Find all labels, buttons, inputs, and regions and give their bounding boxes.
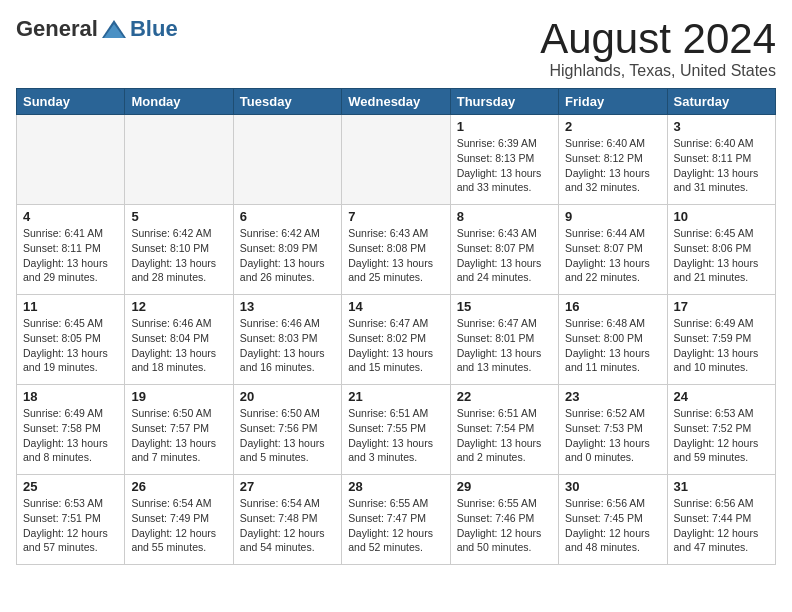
day-number: 10 <box>674 209 769 224</box>
day-info: Sunrise: 6:48 AM Sunset: 8:00 PM Dayligh… <box>565 316 660 375</box>
day-info: Sunrise: 6:53 AM Sunset: 7:52 PM Dayligh… <box>674 406 769 465</box>
day-info: Sunrise: 6:55 AM Sunset: 7:46 PM Dayligh… <box>457 496 552 555</box>
calendar-cell: 23Sunrise: 6:52 AM Sunset: 7:53 PM Dayli… <box>559 385 667 475</box>
calendar-cell: 5Sunrise: 6:42 AM Sunset: 8:10 PM Daylig… <box>125 205 233 295</box>
calendar-cell: 15Sunrise: 6:47 AM Sunset: 8:01 PM Dayli… <box>450 295 558 385</box>
day-info: Sunrise: 6:41 AM Sunset: 8:11 PM Dayligh… <box>23 226 118 285</box>
calendar-cell: 26Sunrise: 6:54 AM Sunset: 7:49 PM Dayli… <box>125 475 233 565</box>
calendar-cell: 10Sunrise: 6:45 AM Sunset: 8:06 PM Dayli… <box>667 205 775 295</box>
day-info: Sunrise: 6:43 AM Sunset: 8:08 PM Dayligh… <box>348 226 443 285</box>
day-number: 5 <box>131 209 226 224</box>
calendar-table: SundayMondayTuesdayWednesdayThursdayFrid… <box>16 88 776 565</box>
day-number: 26 <box>131 479 226 494</box>
calendar-cell: 17Sunrise: 6:49 AM Sunset: 7:59 PM Dayli… <box>667 295 775 385</box>
day-info: Sunrise: 6:49 AM Sunset: 7:58 PM Dayligh… <box>23 406 118 465</box>
day-info: Sunrise: 6:45 AM Sunset: 8:05 PM Dayligh… <box>23 316 118 375</box>
calendar-cell: 14Sunrise: 6:47 AM Sunset: 8:02 PM Dayli… <box>342 295 450 385</box>
week-row-1: 1Sunrise: 6:39 AM Sunset: 8:13 PM Daylig… <box>17 115 776 205</box>
day-number: 6 <box>240 209 335 224</box>
calendar-cell: 12Sunrise: 6:46 AM Sunset: 8:04 PM Dayli… <box>125 295 233 385</box>
day-info: Sunrise: 6:47 AM Sunset: 8:01 PM Dayligh… <box>457 316 552 375</box>
calendar-cell: 18Sunrise: 6:49 AM Sunset: 7:58 PM Dayli… <box>17 385 125 475</box>
day-number: 21 <box>348 389 443 404</box>
day-number: 17 <box>674 299 769 314</box>
calendar-cell: 3Sunrise: 6:40 AM Sunset: 8:11 PM Daylig… <box>667 115 775 205</box>
day-number: 24 <box>674 389 769 404</box>
calendar-cell <box>233 115 341 205</box>
weekday-header-friday: Friday <box>559 89 667 115</box>
day-info: Sunrise: 6:56 AM Sunset: 7:45 PM Dayligh… <box>565 496 660 555</box>
day-number: 9 <box>565 209 660 224</box>
day-info: Sunrise: 6:39 AM Sunset: 8:13 PM Dayligh… <box>457 136 552 195</box>
day-info: Sunrise: 6:55 AM Sunset: 7:47 PM Dayligh… <box>348 496 443 555</box>
calendar-cell: 19Sunrise: 6:50 AM Sunset: 7:57 PM Dayli… <box>125 385 233 475</box>
weekday-header-tuesday: Tuesday <box>233 89 341 115</box>
calendar-cell: 1Sunrise: 6:39 AM Sunset: 8:13 PM Daylig… <box>450 115 558 205</box>
page-header: General Blue August 2024 Highlands, Texa… <box>16 16 776 80</box>
day-info: Sunrise: 6:49 AM Sunset: 7:59 PM Dayligh… <box>674 316 769 375</box>
calendar-cell: 20Sunrise: 6:50 AM Sunset: 7:56 PM Dayli… <box>233 385 341 475</box>
weekday-header-row: SundayMondayTuesdayWednesdayThursdayFrid… <box>17 89 776 115</box>
day-number: 1 <box>457 119 552 134</box>
day-info: Sunrise: 6:54 AM Sunset: 7:48 PM Dayligh… <box>240 496 335 555</box>
day-number: 30 <box>565 479 660 494</box>
day-info: Sunrise: 6:56 AM Sunset: 7:44 PM Dayligh… <box>674 496 769 555</box>
day-number: 11 <box>23 299 118 314</box>
day-number: 2 <box>565 119 660 134</box>
calendar-cell: 31Sunrise: 6:56 AM Sunset: 7:44 PM Dayli… <box>667 475 775 565</box>
calendar-cell: 24Sunrise: 6:53 AM Sunset: 7:52 PM Dayli… <box>667 385 775 475</box>
weekday-header-monday: Monday <box>125 89 233 115</box>
day-info: Sunrise: 6:40 AM Sunset: 8:11 PM Dayligh… <box>674 136 769 195</box>
logo-blue: Blue <box>130 16 178 42</box>
calendar-cell: 27Sunrise: 6:54 AM Sunset: 7:48 PM Dayli… <box>233 475 341 565</box>
weekday-header-wednesday: Wednesday <box>342 89 450 115</box>
day-number: 25 <box>23 479 118 494</box>
calendar-cell: 29Sunrise: 6:55 AM Sunset: 7:46 PM Dayli… <box>450 475 558 565</box>
day-info: Sunrise: 6:42 AM Sunset: 8:10 PM Dayligh… <box>131 226 226 285</box>
day-number: 28 <box>348 479 443 494</box>
month-title: August 2024 <box>540 16 776 62</box>
day-number: 20 <box>240 389 335 404</box>
day-info: Sunrise: 6:45 AM Sunset: 8:06 PM Dayligh… <box>674 226 769 285</box>
day-number: 29 <box>457 479 552 494</box>
day-number: 7 <box>348 209 443 224</box>
calendar-cell: 25Sunrise: 6:53 AM Sunset: 7:51 PM Dayli… <box>17 475 125 565</box>
day-info: Sunrise: 6:40 AM Sunset: 8:12 PM Dayligh… <box>565 136 660 195</box>
weekday-header-saturday: Saturday <box>667 89 775 115</box>
calendar-cell <box>342 115 450 205</box>
day-number: 22 <box>457 389 552 404</box>
calendar-cell: 2Sunrise: 6:40 AM Sunset: 8:12 PM Daylig… <box>559 115 667 205</box>
day-info: Sunrise: 6:46 AM Sunset: 8:04 PM Dayligh… <box>131 316 226 375</box>
day-info: Sunrise: 6:50 AM Sunset: 7:57 PM Dayligh… <box>131 406 226 465</box>
calendar-cell: 4Sunrise: 6:41 AM Sunset: 8:11 PM Daylig… <box>17 205 125 295</box>
weekday-header-thursday: Thursday <box>450 89 558 115</box>
logo-general: General <box>16 16 98 42</box>
day-info: Sunrise: 6:53 AM Sunset: 7:51 PM Dayligh… <box>23 496 118 555</box>
day-number: 16 <box>565 299 660 314</box>
day-number: 23 <box>565 389 660 404</box>
calendar-cell: 21Sunrise: 6:51 AM Sunset: 7:55 PM Dayli… <box>342 385 450 475</box>
title-area: August 2024 Highlands, Texas, United Sta… <box>540 16 776 80</box>
calendar-cell: 8Sunrise: 6:43 AM Sunset: 8:07 PM Daylig… <box>450 205 558 295</box>
calendar-cell: 13Sunrise: 6:46 AM Sunset: 8:03 PM Dayli… <box>233 295 341 385</box>
week-row-5: 25Sunrise: 6:53 AM Sunset: 7:51 PM Dayli… <box>17 475 776 565</box>
week-row-2: 4Sunrise: 6:41 AM Sunset: 8:11 PM Daylig… <box>17 205 776 295</box>
day-number: 13 <box>240 299 335 314</box>
calendar-cell: 16Sunrise: 6:48 AM Sunset: 8:00 PM Dayli… <box>559 295 667 385</box>
day-info: Sunrise: 6:51 AM Sunset: 7:54 PM Dayligh… <box>457 406 552 465</box>
logo-icon <box>100 18 128 40</box>
day-number: 27 <box>240 479 335 494</box>
day-number: 4 <box>23 209 118 224</box>
calendar-cell: 22Sunrise: 6:51 AM Sunset: 7:54 PM Dayli… <box>450 385 558 475</box>
day-number: 3 <box>674 119 769 134</box>
logo: General Blue <box>16 16 178 42</box>
weekday-header-sunday: Sunday <box>17 89 125 115</box>
day-info: Sunrise: 6:47 AM Sunset: 8:02 PM Dayligh… <box>348 316 443 375</box>
day-number: 12 <box>131 299 226 314</box>
day-info: Sunrise: 6:52 AM Sunset: 7:53 PM Dayligh… <box>565 406 660 465</box>
calendar-cell <box>17 115 125 205</box>
day-info: Sunrise: 6:51 AM Sunset: 7:55 PM Dayligh… <box>348 406 443 465</box>
calendar-cell: 7Sunrise: 6:43 AM Sunset: 8:08 PM Daylig… <box>342 205 450 295</box>
day-number: 31 <box>674 479 769 494</box>
calendar-cell: 30Sunrise: 6:56 AM Sunset: 7:45 PM Dayli… <box>559 475 667 565</box>
